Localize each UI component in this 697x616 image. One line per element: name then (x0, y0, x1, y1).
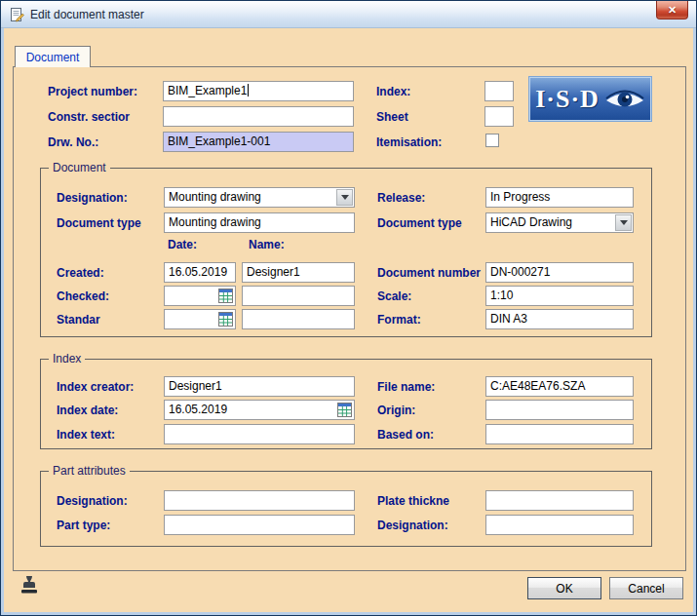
checked-name-field[interactable] (242, 286, 355, 306)
checked-date-field[interactable] (164, 286, 236, 306)
designation-combo[interactable]: Mounting drawing (164, 187, 355, 208)
format-field[interactable]: DIN A3 (485, 309, 634, 329)
created-name-field[interactable]: Designer1 (242, 262, 355, 283)
eye-icon (604, 85, 645, 114)
chevron-down-icon[interactable] (615, 214, 632, 231)
standard-label: Standar (57, 313, 100, 327)
calendar-icon[interactable] (218, 289, 233, 303)
document-type-right-label: Document type (377, 216, 462, 230)
standard-date-field[interactable] (164, 309, 236, 329)
document-type-left-field[interactable]: Mounting drawing (164, 212, 355, 233)
part-designation-left-field[interactable] (164, 490, 355, 511)
text-caret (248, 84, 249, 96)
based-on-field[interactable] (485, 424, 634, 444)
close-icon: ✕ (668, 4, 677, 17)
date-column-header: Date: (168, 238, 197, 251)
index-creator-field[interactable]: Designer1 (164, 376, 355, 397)
release-label: Release: (377, 191, 425, 205)
drw-no-field[interactable]: BIM_Example1-001 (163, 132, 354, 152)
plate-thickness-label: Plate thickne (377, 494, 449, 508)
part-type-label: Part type: (57, 519, 110, 532)
window-icon (9, 7, 24, 22)
tab-document-label: Document (26, 51, 80, 64)
index-creator-label: Index creator: (57, 380, 134, 394)
calendar-icon[interactable] (337, 403, 352, 417)
index-field[interactable] (484, 81, 514, 101)
scale-label: Scale: (377, 289, 411, 303)
standard-name-field[interactable] (242, 309, 355, 329)
index-date-field[interactable]: 16.05.2019 (164, 400, 355, 420)
stamp-button[interactable] (17, 572, 42, 597)
part-attributes-group: Part attributes Designation: Plate thick… (40, 471, 652, 547)
edit-document-master-window: Edit document master ✕ Document Project … (0, 0, 697, 616)
format-label: Format: (377, 313, 421, 327)
itemisation-checkbox[interactable] (485, 134, 499, 147)
isd-logo-letters: I·S·D (535, 85, 600, 114)
document-type-left-label: Document type (57, 216, 141, 230)
constr-section-field[interactable] (163, 106, 354, 127)
index-text-field[interactable] (164, 424, 355, 444)
created-date-field[interactable]: 16.05.2019 (164, 262, 236, 283)
title-bar[interactable]: Edit document master (1, 1, 696, 28)
document-type-combo[interactable]: HiCAD Drawing (485, 212, 634, 233)
tab-document[interactable]: Document (15, 46, 91, 67)
constr-section-label: Constr. sectior (48, 110, 130, 124)
project-number-value: BIM_Example1 (168, 84, 247, 97)
part-attributes-legend: Part attributes (49, 464, 130, 479)
document-number-field[interactable]: DN-000271 (485, 262, 634, 283)
index-group: Index Index creator: Designer1 File name… (40, 359, 652, 449)
document-number-label: Document number (377, 266, 481, 280)
plate-thickness-field[interactable] (485, 490, 634, 511)
sheet-field[interactable] (484, 106, 514, 127)
itemisation-label: Itemisation: (376, 135, 442, 149)
index-text-label: Index text: (57, 428, 115, 442)
cancel-button[interactable]: Cancel (609, 577, 683, 599)
sheet-label: Sheet (376, 110, 408, 124)
close-button[interactable]: ✕ (656, 1, 688, 19)
name-column-header: Name: (249, 238, 285, 251)
checked-label: Checked: (57, 289, 109, 303)
created-label: Created: (57, 266, 104, 280)
index-label: Index: (376, 85, 410, 98)
document-group-legend: Document (49, 161, 110, 175)
window-title: Edit document master (30, 8, 144, 21)
document-group: Document Designation: Mounting drawing R… (40, 168, 652, 337)
stamp-icon (19, 574, 40, 596)
chevron-down-icon[interactable] (336, 189, 353, 206)
origin-label: Origin: (377, 404, 415, 417)
scale-field[interactable]: 1:10 (485, 286, 634, 306)
part-designation-right-field[interactable] (485, 515, 634, 535)
part-designation-right-label: Designation: (377, 519, 448, 532)
ok-button[interactable]: OK (527, 577, 601, 599)
part-type-field[interactable] (164, 515, 355, 535)
index-group-legend: Index (49, 352, 85, 366)
release-field[interactable]: In Progress (485, 187, 634, 208)
file-name-field[interactable]: C:AE48EA76.SZA (485, 376, 634, 397)
isd-logo: I·S·D (528, 76, 652, 122)
file-name-label: File name: (377, 380, 435, 394)
designation-label: Designation: (57, 191, 128, 205)
based-on-label: Based on: (377, 428, 434, 442)
part-designation-left-label: Designation: (57, 494, 128, 508)
calendar-icon[interactable] (218, 312, 233, 327)
project-number-label: Project number: (48, 85, 137, 98)
project-number-field[interactable]: BIM_Example1 (163, 81, 354, 101)
drw-no-label: Drw. No.: (48, 135, 98, 149)
origin-field[interactable] (485, 400, 634, 420)
index-date-label: Index date: (57, 404, 118, 417)
